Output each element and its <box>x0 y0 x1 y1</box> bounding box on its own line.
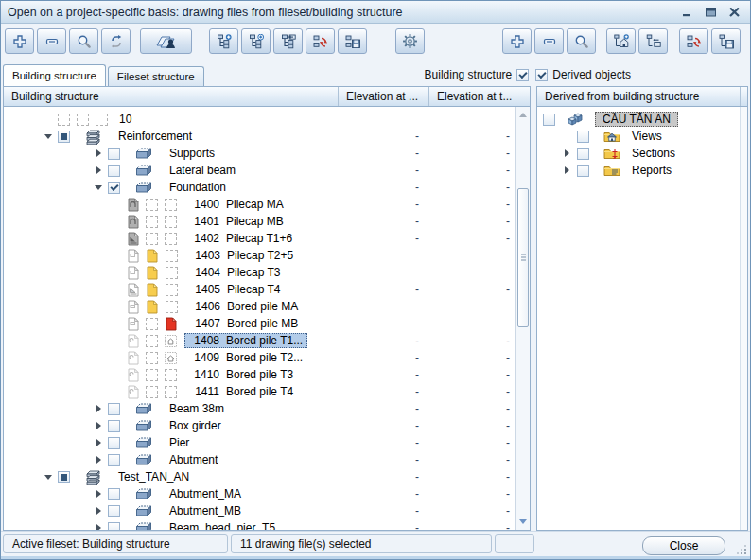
tree-checkbox[interactable] <box>108 454 120 466</box>
tree-item-label[interactable]: Box girder <box>169 419 221 432</box>
drawing-name[interactable]: Bored pile T4 <box>226 385 293 398</box>
tree-row[interactable]: Reinforcement-- <box>4 128 515 145</box>
structure-refresh-button[interactable] <box>306 28 335 54</box>
column-header-derived[interactable]: Derived from building structure <box>537 87 740 106</box>
drawing-name[interactable]: Pilecap MB <box>226 215 284 228</box>
drawing-name[interactable]: Bored pile MB <box>227 317 298 330</box>
tree-add-alt-button[interactable] <box>241 28 271 54</box>
drawing-name[interactable]: Bored pile T3 <box>226 368 293 381</box>
tree-row[interactable]: 1410Bored pile T3-- <box>4 366 515 383</box>
tree-save-button[interactable] <box>711 28 741 54</box>
tree-row[interactable]: Beam 38m-- <box>4 400 515 417</box>
tree-item-label[interactable]: Abutment_MA <box>169 487 241 500</box>
right-scrollbar-track[interactable] <box>740 107 747 530</box>
tree-checkbox[interactable] <box>108 403 120 415</box>
item-wrap[interactable]: 1409Bored pile T2... <box>184 350 307 365</box>
tree-row[interactable]: Pier-- <box>4 434 515 451</box>
tree-row[interactable]: Views <box>537 128 740 145</box>
drawing-name[interactable]: Bored pile T1... <box>226 334 303 347</box>
tree-row[interactable]: 10 <box>4 111 515 128</box>
tree-item-label[interactable]: Reports <box>632 164 672 177</box>
tree-row[interactable]: Lateral beam-- <box>4 162 515 179</box>
scrollbar-thumb[interactable] <box>517 188 529 327</box>
column-header-elevation-2[interactable]: Elevation at t... <box>429 87 515 106</box>
tree-item-label[interactable]: CẦU TÂN AN <box>595 112 678 127</box>
expander-right-icon[interactable] <box>94 439 103 446</box>
item-wrap[interactable]: 1410Bored pile T3 <box>184 367 298 382</box>
expander-right-icon[interactable] <box>94 507 103 515</box>
remove-button[interactable] <box>37 28 66 54</box>
drawing-name[interactable]: Bored pile MA <box>227 300 298 313</box>
tree-checkbox[interactable] <box>108 505 120 517</box>
item-wrap[interactable]: 1411Bored pile T4 <box>184 384 298 399</box>
structure-save-button[interactable] <box>338 28 367 54</box>
item-wrap[interactable]: 1401Pilecap MB <box>184 214 288 229</box>
tree-row[interactable]: 1400Pilecap MA-- <box>4 196 515 213</box>
drawing-name[interactable]: Pilecap T4 <box>227 283 280 296</box>
drawing-name[interactable]: Pilecap MA <box>226 198 284 211</box>
zoom-button[interactable] <box>567 28 596 54</box>
tree-checkbox[interactable] <box>108 437 120 449</box>
tree-row[interactable]: 1406Bored pile MA <box>4 298 515 315</box>
tree-row[interactable]: 1405Pilecap T4-- <box>4 281 515 298</box>
minimize-button[interactable] <box>680 6 693 18</box>
tree-row[interactable]: Abutment-- <box>4 451 515 468</box>
tree-checkbox[interactable] <box>58 131 70 143</box>
item-wrap[interactable]: 1405Pilecap T4 <box>185 282 285 297</box>
expander-right-icon[interactable] <box>94 456 103 464</box>
tree-checkbox[interactable] <box>543 114 555 126</box>
expander-right-icon[interactable] <box>94 490 103 498</box>
expander-right-icon[interactable] <box>94 405 103 412</box>
tree-checkbox[interactable] <box>108 522 120 531</box>
tab-building-structure[interactable]: Building structure <box>3 64 106 86</box>
item-wrap[interactable]: 1402Pilecap T1+6 <box>184 231 297 246</box>
tree-item-label[interactable]: Abutment_MB <box>169 504 241 517</box>
tree-row[interactable]: 1404Pilecap T3 <box>4 264 515 281</box>
resize-grip[interactable] <box>735 543 746 554</box>
tree-item-label[interactable]: Lateral beam <box>169 164 236 177</box>
item-wrap[interactable]: 1404Pilecap T3 <box>185 265 285 280</box>
item-wrap[interactable]: 1407Bored pile MB <box>185 316 303 331</box>
item-wrap[interactable]: 1400Pilecap MA <box>184 197 288 212</box>
tree-row[interactable]: Test_TAN_AN-- <box>4 468 515 485</box>
drawing-name[interactable]: Pilecap T3 <box>227 266 280 279</box>
layers-user-button[interactable] <box>140 28 192 54</box>
tree-row[interactable]: Foundation-- <box>4 179 515 196</box>
tree-row[interactable]: 1403Pilecap T2+5 <box>4 247 515 264</box>
structure-refresh-alt-button[interactable] <box>679 28 708 54</box>
tree-row[interactable]: 1408Bored pile T1...-- <box>4 332 515 349</box>
drawing-name[interactable]: Pilecap T1+6 <box>226 232 292 245</box>
remove-button[interactable] <box>534 28 564 54</box>
expander-right-icon[interactable] <box>94 422 103 429</box>
add-button[interactable] <box>502 28 532 54</box>
maximize-button[interactable] <box>704 6 717 18</box>
tree-item-label[interactable]: Sections <box>632 147 675 160</box>
refresh-button[interactable] <box>101 28 131 54</box>
drawing-name[interactable]: Pilecap T2+5 <box>227 249 293 262</box>
tree-item-label[interactable]: Pier <box>169 436 189 449</box>
tree-row[interactable]: Beam_head_pier_T5-- <box>4 519 515 530</box>
tree-checkbox[interactable] <box>108 165 120 177</box>
column-header-building-structure[interactable]: Building structure <box>4 87 339 106</box>
selected-item[interactable]: 1408Bored pile T1... <box>184 333 307 348</box>
filter-checkbox[interactable] <box>516 69 529 81</box>
expander-right-icon[interactable] <box>562 149 571 157</box>
tree-row[interactable]: Reports <box>537 162 740 179</box>
tree-item-label[interactable]: Beam_head_pier_T5 <box>169 521 275 530</box>
tree-import-button[interactable] <box>273 28 303 54</box>
tree-item-label[interactable]: Foundation <box>169 181 226 194</box>
tree-checkbox[interactable] <box>108 420 120 432</box>
tree-row[interactable]: Box girder-- <box>4 417 515 434</box>
expander-down-icon[interactable] <box>94 185 103 190</box>
tree-item-label[interactable]: Test_TAN_AN <box>118 470 189 483</box>
expander-right-icon[interactable] <box>94 149 103 157</box>
zoom-button[interactable] <box>69 28 98 54</box>
vertical-scrollbar[interactable] <box>515 107 530 530</box>
tree-item-label[interactable]: Supports <box>169 147 215 160</box>
tree-import-alt-button[interactable] <box>638 28 668 54</box>
column-header-elevation-1[interactable]: Elevation at ... <box>339 87 429 106</box>
tree-row[interactable]: 1409Bored pile T2...-- <box>4 349 515 366</box>
tree-row[interactable]: 1407Bored pile MB <box>4 315 515 332</box>
item-wrap[interactable]: 1403Pilecap T2+5 <box>185 248 298 263</box>
tree-item-label[interactable]: Beam 38m <box>169 402 224 415</box>
